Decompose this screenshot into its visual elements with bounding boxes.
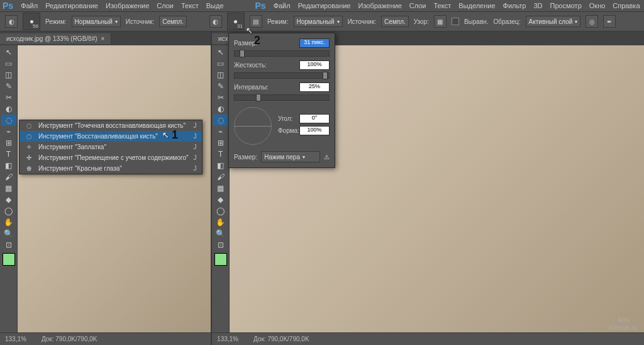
tool-7[interactable]: ⌁ — [213, 126, 228, 137]
menu-select-l[interactable]: Выде — [206, 2, 224, 9]
watermark: Arts komok.ru — [609, 316, 638, 331]
menu-image-l[interactable]: Изображение — [106, 2, 149, 9]
menu-text[interactable]: Текст — [434, 2, 452, 9]
menu-3d[interactable]: 3D — [533, 2, 542, 9]
close-tab-icon-l[interactable]: × — [101, 35, 105, 42]
menu-layers-l[interactable]: Слои — [157, 2, 174, 9]
tool-8[interactable]: ⊞ — [213, 137, 228, 149]
tool-9[interactable]: T — [213, 149, 228, 160]
angle-input[interactable]: 0° — [299, 114, 330, 123]
menu-select[interactable]: Выделение — [458, 2, 495, 9]
size-input[interactable]: 31 пикс. — [299, 38, 330, 48]
tool-4[interactable]: ✂ — [213, 92, 228, 103]
mode-select-l[interactable]: Нормальный▾ — [72, 16, 121, 27]
menu-file[interactable]: Файл — [274, 2, 291, 9]
tool-0[interactable]: ↖ — [213, 47, 228, 58]
statusbar-l: 133,1% Док: 790,0K/790,0K — [0, 332, 211, 345]
tool-14[interactable]: ◯ — [213, 205, 228, 217]
pattern-label: Узор: — [414, 18, 429, 25]
spacing-input[interactable]: 25% — [299, 82, 330, 92]
tool-3[interactable]: ✎ — [1, 81, 16, 92]
form-input[interactable]: 100% — [299, 126, 330, 135]
tool-0[interactable]: ↖ — [1, 47, 16, 58]
ignore-adjust-icon[interactable]: ◎ — [586, 15, 598, 28]
menu-edit[interactable]: Редактирование — [298, 2, 351, 9]
tool-17[interactable]: ⊡ — [1, 239, 16, 251]
tool-presets-icon-r[interactable]: ◐ — [209, 15, 222, 28]
tool-11[interactable]: 🖌 — [1, 171, 16, 183]
tool-2[interactable]: ◫ — [1, 69, 16, 81]
spacing-label: Интервалы: — [234, 84, 269, 91]
tool-13[interactable]: ◆ — [1, 194, 16, 205]
menu-filter[interactable]: Фильтр — [503, 2, 526, 9]
menu-help[interactable]: Справка — [613, 2, 640, 9]
tool-12[interactable]: ▦ — [1, 183, 16, 194]
tool-6[interactable]: ◌ — [1, 115, 16, 126]
hardness-input[interactable]: 100% — [299, 60, 330, 70]
tool-1[interactable]: ▭ — [213, 58, 228, 69]
tool-5[interactable]: ◐ — [1, 103, 16, 115]
menu-image[interactable]: Изображение — [358, 2, 401, 9]
tool-17[interactable]: ⊡ — [213, 239, 228, 251]
menu-text-l[interactable]: Текст — [181, 2, 199, 9]
tool-5[interactable]: ◐ — [213, 103, 228, 115]
tool-10[interactable]: ◧ — [1, 160, 16, 171]
sample-select[interactable]: Активный слой▾ — [526, 16, 581, 27]
tool-13[interactable]: ◆ — [213, 194, 228, 205]
footer-size-label: Размер: — [234, 154, 257, 161]
statusbar-r: 133,1% Док: 790,0K/790,0K — [212, 332, 644, 345]
cursor-icon-2: ↖ — [246, 26, 253, 35]
mode-value-l: Нормальный — [75, 18, 113, 25]
source-select-l[interactable]: Семпл. — [159, 16, 187, 27]
source-select[interactable]: Семпл. — [381, 16, 409, 27]
tool-2[interactable]: ◫ — [213, 69, 228, 81]
tool-16[interactable]: 🔍 — [1, 228, 16, 239]
flyout-item-icon: ◌ — [25, 133, 33, 140]
tool-15[interactable]: ✋ — [1, 217, 16, 228]
flyout-item[interactable]: ✢Инструмент "Перемещение с учетом содерж… — [19, 152, 202, 163]
brush-preview-l[interactable]: 50 — [23, 13, 40, 30]
source-label: Источник: — [348, 18, 376, 25]
spacing-slider[interactable] — [234, 94, 330, 101]
tool-presets-icon[interactable]: ◐ — [5, 15, 18, 28]
tool-8[interactable]: ⊞ — [1, 137, 16, 149]
canvas-l[interactable] — [18, 45, 211, 332]
pattern-picker[interactable]: ▦ — [434, 15, 447, 28]
tool-4[interactable]: ✂ — [1, 92, 16, 103]
foreground-swatch[interactable] — [3, 253, 15, 266]
tool-7[interactable]: ⌁ — [1, 126, 16, 137]
hardness-slider[interactable] — [234, 72, 330, 79]
pressure-select[interactable]: Нажим пера▾ — [261, 151, 320, 162]
tool-10[interactable]: ◧ — [213, 160, 228, 171]
source-label-l: Источник: — [126, 18, 154, 25]
tool-6[interactable]: ◌ — [213, 115, 228, 126]
zoom-value-r[interactable]: 133,1% — [217, 336, 238, 342]
tool-14[interactable]: ◯ — [1, 205, 16, 217]
brush-preview-r[interactable]: 31 — [227, 13, 245, 30]
tool-15[interactable]: ✋ — [213, 217, 228, 228]
aligned-label: Выравн. — [464, 18, 489, 25]
tool-9[interactable]: T — [1, 149, 16, 160]
menu-view[interactable]: Просмотр — [550, 2, 582, 9]
pressure-icon[interactable]: ✒ — [603, 15, 616, 28]
menu-edit-l[interactable]: Редактирование — [45, 2, 98, 9]
tool-16[interactable]: 🔍 — [213, 228, 228, 239]
tool-3[interactable]: ✎ — [213, 81, 228, 92]
menu-file-l[interactable]: Файл — [21, 2, 38, 9]
tool-11[interactable]: 🖌 — [213, 171, 228, 183]
flyout-item[interactable]: ⊕Инструмент "Красные глаза"J — [19, 163, 202, 174]
size-slider[interactable] — [234, 50, 330, 57]
angle-widget[interactable] — [234, 107, 272, 145]
tool-12[interactable]: ▦ — [213, 183, 228, 194]
document-tab-l[interactable]: исходник.jpg @ 133% (RGB/8#) × — [0, 33, 111, 44]
aligned-checkbox[interactable] — [452, 18, 459, 25]
mode-select[interactable]: Нормальный▾ — [294, 16, 343, 27]
menu-window[interactable]: Окно — [589, 2, 606, 9]
menu-layers[interactable]: Слои — [409, 2, 426, 9]
flyout-item[interactable]: ✧Инструмент "Заплатка"J — [19, 142, 202, 152]
foreground-swatch[interactable] — [214, 253, 227, 266]
toolbox-r: ↖▭◫✎✂◐◌⌁⊞T◧🖌▦◆◯✋🔍⊡ — [212, 45, 230, 332]
flyout-item-icon: ✧ — [25, 144, 33, 150]
zoom-value-l[interactable]: 133,1% — [5, 336, 26, 342]
tool-1[interactable]: ▭ — [1, 58, 16, 69]
